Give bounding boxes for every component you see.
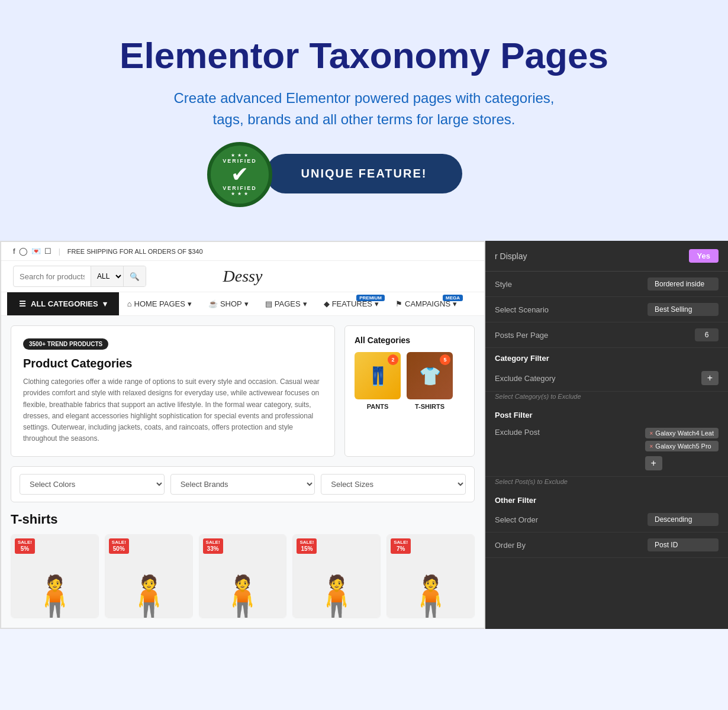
order-by-value[interactable]: Post ID <box>648 538 719 551</box>
panel-yes-button[interactable]: Yes <box>689 249 719 263</box>
cat-item-pants[interactable]: 👖 2 PANTS <box>355 352 401 410</box>
all-categories-title: All Categories <box>355 335 465 345</box>
sale-badge-2: SALE!50% <box>109 538 129 554</box>
nav-item-homepages[interactable]: ⌂ HOME PAGES ▾ <box>119 292 200 315</box>
whatsapp-icon[interactable]: ☐ <box>44 247 51 256</box>
posts-per-page-label: Posts Per Page <box>495 331 548 340</box>
store-topbar: f ◯ 💌 ☐ | FREE SHIPPING FOR ALL ORDERS O… <box>1 242 484 261</box>
panel-row-exclude-post: Exclude Post × Galaxy Watch4 Leat × Gala… <box>485 422 728 477</box>
product-card-5[interactable]: SALE!7% 🧍 <box>386 534 475 618</box>
cat-img-tshirts: 👕 5 <box>407 352 453 399</box>
facebook-icon[interactable]: f <box>13 247 15 256</box>
posts-per-page-value[interactable]: 6 <box>695 328 719 341</box>
scenario-value[interactable]: Best Selling <box>648 303 719 316</box>
tag-galaxy-watch5[interactable]: × Galaxy Watch5 Pro <box>645 441 719 451</box>
style-value[interactable]: Bordered inside <box>648 277 719 291</box>
sale-badge-4: SALE!15% <box>297 538 317 554</box>
all-categories-button[interactable]: ☰ ALL CATEGORIES ▾ <box>7 292 119 315</box>
post-filter-title: Post Filter <box>485 405 728 422</box>
panel-header-title: r Display <box>495 251 527 261</box>
exclude-category-label: Exclude Category <box>495 374 556 383</box>
panel-row-select-order: Select Order Descending <box>485 507 728 532</box>
panel-row-exclude-category: Exclude Category + <box>485 365 728 392</box>
instagram-icon[interactable]: ◯ <box>19 247 28 256</box>
chevron-down-icon: ▾ <box>188 299 192 308</box>
select-order-value[interactable]: Descending <box>648 513 719 526</box>
categories-desc: Clothing categories offer a wide range o… <box>23 376 323 444</box>
product-img-4: SALE!15% 🧍 <box>293 535 380 618</box>
categories-grid: All Categories 👖 2 PANTS 👕 <box>344 325 475 457</box>
verified-badge: ★ ★ ★ VERIFIED ✔ VERIFIED ★ ★ ★ <box>207 142 272 207</box>
product-img-3: SALE!33% 🧍 <box>199 535 286 618</box>
exclude-post-add-button[interactable]: + <box>645 456 662 470</box>
premium-badge: PREMIUM <box>356 295 385 301</box>
nav-item-pages[interactable]: ▤ PAGES ▾ <box>257 292 315 315</box>
search-button[interactable]: 🔍 <box>123 266 146 286</box>
trend-badge: 3500+ TREND PRODUCTS <box>23 338 108 350</box>
panel-header: r Display Yes <box>485 241 728 272</box>
campaigns-icon: ⚑ <box>395 299 402 308</box>
product-card-2[interactable]: SALE!50% 🧍 <box>105 534 193 618</box>
category-filter-title: Category Filter <box>485 348 728 365</box>
store-preview: f ◯ 💌 ☐ | FREE SHIPPING FOR ALL ORDERS O… <box>0 241 485 629</box>
categories-info: 3500+ TREND PRODUCTS Product Categories … <box>11 325 335 457</box>
panel-row-order-by: Order By Post ID <box>485 532 728 558</box>
exclude-post-label: Exclude Post <box>495 428 540 437</box>
unique-feature-button[interactable]: UNIQUE FEATURE! <box>266 154 463 193</box>
panel-row-style: Style Bordered inside <box>485 272 728 297</box>
cat-item-tshirts[interactable]: 👕 5 T-SHIRTS <box>407 352 453 410</box>
search-box: ALL 🔍 <box>13 266 146 287</box>
tshirts-section-title: T-shirts <box>11 512 475 527</box>
right-panel: r Display Yes Style Bordered inside Sele… <box>485 241 728 629</box>
home-icon: ⌂ <box>127 299 132 308</box>
filter-row: Select Colors Select Brands Select Sizes <box>11 466 475 502</box>
select-order-label: Select Order <box>495 515 538 524</box>
shop-icon: ☕ <box>208 299 218 308</box>
hero-title: Elementor Taxonomy Pages <box>24 36 704 76</box>
cat-name-tshirts: T-SHIRTS <box>407 403 453 410</box>
style-label: Style <box>495 280 512 289</box>
other-filter-title: Other Filter <box>485 490 728 507</box>
chevron-down-icon: ▾ <box>303 299 307 308</box>
product-img-5: SALE!7% 🧍 <box>387 535 474 618</box>
shipping-notice: FREE SHIPPING FOR ALL ORDERS OF $340 <box>67 248 203 255</box>
categories-bar: ☰ ALL CATEGORIES ▾ ⌂ HOME PAGES ▾ ☕ SHOP… <box>1 292 484 316</box>
product-card-4[interactable]: SALE!15% 🧍 <box>292 534 381 618</box>
product-categories-card: 3500+ TREND PRODUCTS Product Categories … <box>11 325 475 457</box>
cat-img-pants: 👖 2 <box>355 352 401 399</box>
sale-badge-3: SALE!33% <box>203 538 223 554</box>
search-input[interactable] <box>14 272 91 281</box>
nav-items: ⌂ HOME PAGES ▾ ☕ SHOP ▾ ▤ PAGES ▾ ◆ FEAT… <box>119 292 465 315</box>
sale-badge-1: SALE!5% <box>15 538 35 554</box>
store-body: 3500+ TREND PRODUCTS Product Categories … <box>1 316 484 628</box>
sizes-filter[interactable]: Select Sizes <box>321 474 466 495</box>
scenario-label: Select Scenario <box>495 305 549 314</box>
exclude-category-add-button[interactable]: + <box>701 371 719 385</box>
search-category-select[interactable]: ALL <box>91 266 123 286</box>
sale-badge-5: SALE!7% <box>391 538 411 554</box>
panel-row-scenario: Select Scenario Best Selling <box>485 297 728 322</box>
store-logo: Dessy <box>223 267 263 286</box>
colors-filter[interactable]: Select Colors <box>20 474 165 495</box>
exclude-post-hint: Select Post(s) to Exclude <box>485 477 728 490</box>
nav-item-campaigns[interactable]: ⚑ CAMPAIGNS ▾ MEGA <box>387 292 465 315</box>
social-icons: f ◯ 💌 ☐ <box>13 247 51 256</box>
main-container: f ◯ 💌 ☐ | FREE SHIPPING FOR ALL ORDERS O… <box>0 241 728 629</box>
nav-item-features[interactable]: ◆ FEATURES ▾ PREMIUM <box>315 292 387 315</box>
features-icon: ◆ <box>324 299 330 308</box>
product-img-2: SALE!50% 🧍 <box>105 535 192 618</box>
exclude-category-hint: Select Category(s) to Exclude <box>485 392 728 405</box>
categories-title: Product Categories <box>23 357 323 370</box>
cat-items: 👖 2 PANTS 👕 5 T-SHIRTS <box>355 352 465 410</box>
twitter-icon[interactable]: 💌 <box>31 247 41 256</box>
nav-item-shop[interactable]: ☕ SHOP ▾ <box>200 292 257 315</box>
cat-name-pants: PANTS <box>355 403 401 410</box>
tag-galaxy-watch4[interactable]: × Galaxy Watch4 Leat <box>645 428 719 438</box>
order-by-label: Order By <box>495 541 526 550</box>
brands-filter[interactable]: Select Brands <box>170 474 315 495</box>
chevron-down-icon: ▾ <box>244 299 249 308</box>
pages-icon: ▤ <box>265 299 272 308</box>
product-card-1[interactable]: SALE!5% 🧍 <box>11 534 99 618</box>
product-card-3[interactable]: SALE!33% 🧍 <box>199 534 287 618</box>
product-grid: SALE!5% 🧍 SALE!50% 🧍 SALE!33% 🧍 <box>11 534 475 618</box>
